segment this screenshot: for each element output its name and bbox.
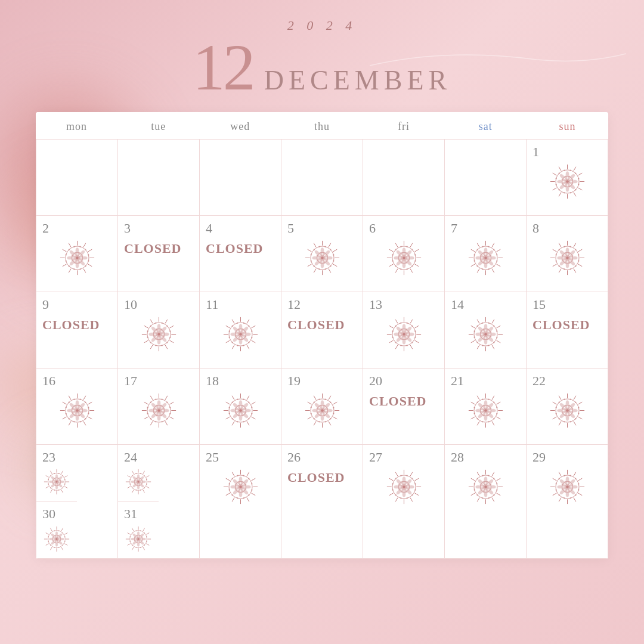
svg-point-260	[564, 246, 565, 247]
svg-point-676	[559, 413, 565, 419]
svg-line-444	[69, 422, 71, 426]
svg-point-213	[473, 261, 475, 262]
svg-point-388	[395, 342, 396, 343]
svg-point-263	[578, 255, 579, 256]
svg-line-844	[132, 528, 134, 531]
day-header-mon: mon	[36, 118, 117, 135]
svg-point-86	[85, 249, 86, 250]
svg-point-783	[54, 547, 55, 548]
svg-line-975	[470, 479, 475, 481]
calendar-cell-5: 5	[281, 216, 363, 292]
svg-point-169	[392, 261, 393, 262]
svg-point-700	[564, 399, 565, 400]
svg-line-225	[552, 264, 556, 267]
svg-point-431	[482, 345, 483, 346]
svg-point-740	[50, 488, 51, 489]
svg-line-319	[251, 326, 255, 329]
svg-point-426	[484, 333, 487, 336]
svg-line-582	[328, 396, 330, 400]
svg-line-706	[61, 490, 63, 493]
svg-point-36	[558, 190, 559, 191]
svg-line-794	[143, 490, 145, 493]
mandala-icon	[140, 315, 178, 354]
calendar-cell-split-24: 24 31	[118, 445, 200, 559]
svg-point-965	[406, 475, 407, 476]
svg-point-610	[310, 407, 311, 408]
svg-point-812	[140, 476, 144, 480]
svg-point-79	[73, 269, 75, 270]
svg-line-274	[165, 320, 167, 324]
svg-line-98	[328, 243, 330, 247]
svg-point-120	[333, 261, 334, 262]
svg-line-843	[128, 532, 131, 534]
svg-point-678	[559, 402, 565, 408]
svg-point-478	[65, 407, 66, 408]
svg-point-784	[50, 544, 51, 546]
svg-line-54	[83, 243, 85, 247]
svg-point-657	[488, 399, 489, 400]
svg-line-485	[169, 417, 174, 419]
svg-point-780	[64, 541, 66, 542]
svg-point-982	[488, 490, 494, 496]
svg-point-810	[132, 476, 137, 480]
svg-line-268	[150, 345, 153, 349]
svg-line-626	[491, 396, 494, 400]
svg-point-646	[484, 410, 487, 413]
svg-point-695	[564, 422, 565, 423]
svg-point-1053	[569, 475, 571, 476]
cell-number: 30	[42, 506, 55, 522]
svg-point-173	[406, 246, 407, 247]
svg-point-108	[324, 250, 330, 256]
svg-point-175	[414, 255, 416, 256]
svg-point-192	[477, 261, 483, 267]
svg-point-898	[232, 479, 238, 485]
svg-point-166	[406, 269, 407, 270]
svg-line-1	[578, 188, 582, 190]
svg-point-58	[79, 261, 85, 267]
svg-point-967	[414, 484, 416, 485]
cell-number: 25	[206, 450, 219, 465]
cell-number: 18	[206, 373, 219, 389]
svg-line-973	[470, 493, 475, 496]
svg-line-665	[552, 417, 556, 419]
svg-point-126	[310, 255, 311, 256]
svg-point-604	[333, 413, 334, 414]
svg-point-218	[493, 249, 494, 250]
svg-line-969	[496, 493, 500, 496]
svg-line-353	[414, 340, 419, 343]
svg-point-651	[482, 422, 483, 423]
svg-point-736	[64, 484, 66, 485]
svg-point-1045	[575, 495, 576, 496]
svg-point-338	[239, 333, 242, 336]
svg-line-535	[225, 402, 230, 405]
cell-number: 2	[42, 221, 49, 236]
calendar-cell-split-23: 23 30	[36, 445, 118, 559]
svg-line-538	[246, 396, 249, 400]
calendar-cell-19: 19	[281, 369, 363, 445]
svg-line-313	[225, 340, 230, 343]
svg-point-648	[496, 413, 497, 414]
calendar-cell-16: 16	[36, 369, 118, 445]
svg-point-608	[313, 419, 314, 420]
svg-line-271	[144, 326, 148, 329]
cell-mandala-wrap	[124, 525, 153, 553]
svg-line-796	[132, 490, 134, 493]
svg-line-708	[50, 490, 52, 493]
svg-point-741	[48, 484, 49, 485]
svg-line-533	[225, 417, 230, 419]
svg-point-718	[58, 484, 63, 488]
mandala-icon	[42, 467, 71, 496]
closed-label: CLOSED	[42, 317, 100, 333]
svg-point-517	[166, 419, 168, 420]
svg-point-324	[232, 337, 238, 343]
svg-point-394	[411, 326, 413, 327]
svg-point-122	[324, 269, 326, 270]
cell-top-24: 24	[118, 445, 159, 501]
svg-line-749	[64, 543, 67, 545]
svg-point-956	[414, 490, 416, 491]
svg-point-41	[569, 170, 571, 171]
svg-point-458	[69, 402, 75, 408]
svg-point-1000	[496, 490, 497, 491]
mandala-icon	[124, 525, 153, 553]
svg-point-500	[150, 413, 156, 419]
